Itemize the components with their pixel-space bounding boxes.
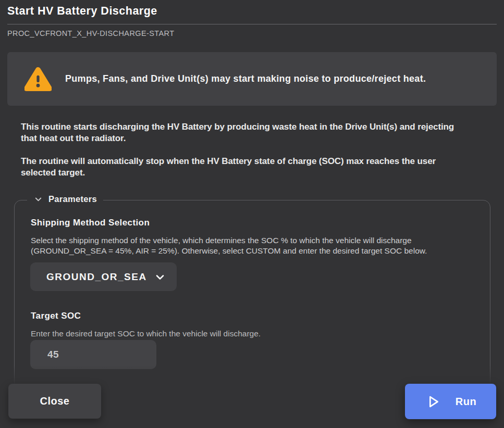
shipping-method-description: Select the shipping method of the vehicl… <box>31 235 478 256</box>
shipping-method-selected-value: GROUND_OR_SEA <box>46 271 147 283</box>
target-soc-input[interactable] <box>30 340 156 369</box>
warning-banner: Pumps, Fans, and Drive Unit(s) may start… <box>7 52 497 106</box>
routine-dialog: Start HV Battery Discharge PROC_VCFRONT_… <box>0 0 504 428</box>
run-button-label: Run <box>456 396 476 408</box>
parameters-legend-label: Parameters <box>48 194 97 204</box>
shipping-method-label: Shipping Method Selection <box>31 218 150 228</box>
play-icon <box>425 394 441 410</box>
page-title: Start HV Battery Discharge <box>7 5 157 18</box>
routine-description-paragraph-2: The routine will automatically stop when… <box>21 156 461 179</box>
chevron-down-icon <box>154 271 166 283</box>
close-button[interactable]: Close <box>8 384 101 419</box>
target-soc-description: Enter the desired target SOC to which th… <box>31 329 261 339</box>
chevron-down-icon <box>33 194 43 204</box>
target-soc-label: Target SOC <box>31 311 81 321</box>
warning-triangle-icon <box>24 67 52 92</box>
shipping-method-select[interactable]: GROUND_OR_SEA <box>30 262 177 291</box>
title-divider <box>7 24 497 24</box>
routine-description-paragraph-1: This routine starts discharging the HV B… <box>21 121 470 144</box>
warning-text: Pumps, Fans, and Drive Unit(s) may start… <box>65 73 426 84</box>
procedure-id: PROC_VCFRONT_X_HV-DISCHARGE-START <box>7 29 174 37</box>
run-button[interactable]: Run <box>405 384 496 419</box>
parameters-collapse-toggle[interactable]: Parameters <box>27 194 103 204</box>
